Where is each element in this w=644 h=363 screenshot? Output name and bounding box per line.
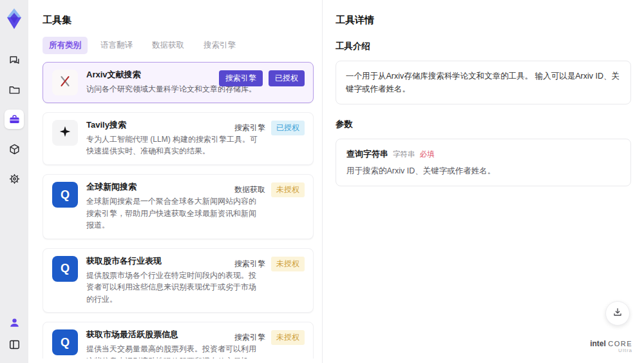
tool-description: 提供股票市场各个行业在特定时间段内的表现。投资者可以利用这些信息来识别表现优于或…: [86, 270, 303, 306]
sidebar-nav: [5, 50, 24, 188]
tool-badges: 搜索引擎 已授权: [219, 70, 305, 86]
sidebar-item-settings[interactable]: [5, 169, 24, 188]
download-icon: [612, 307, 623, 320]
tool-card[interactable]: Q 获取股市各行业表现 提供股票市场各个行业在特定时间段内的表现。投资者可以利用…: [43, 248, 314, 313]
intel-wordmark: intel: [590, 339, 606, 348]
category-tabs: 所有类别 语言翻译 数据获取 搜索引擎: [43, 37, 322, 54]
tool-badges: 搜索引擎 未授权: [234, 257, 305, 271]
download-button[interactable]: [605, 301, 630, 326]
intel-core-logo: intel CORE Ultra: [590, 340, 632, 354]
param-item: 查询字符串 字符串 必填 用于搜索的Arxiv ID、关键字或作者姓名。: [346, 148, 620, 177]
sparkle-icon: [59, 125, 71, 141]
user-icon: [8, 317, 21, 329]
tool-card[interactable]: Q 全球新闻搜索 全球新闻搜索是一个聚合全球各大新闻网站内容的搜索引擎，帮助用户…: [43, 174, 314, 239]
sidebar: [0, 0, 28, 363]
tab-label: 所有类别: [49, 41, 81, 50]
tool-description: 全球新闻搜索是一个聚合全球各大新闻网站内容的搜索引擎，帮助用户快速获取全球最新资…: [86, 195, 303, 231]
tool-badges: 搜索引擎 已授权: [234, 121, 305, 135]
news-app-icon: Q: [61, 188, 70, 202]
tool-card[interactable]: Tavily搜索 专为人工智能代理 (LLM) 构建的搜索引擎工具。可快速提供实…: [43, 112, 314, 165]
chat-icon: [8, 54, 21, 66]
sidebar-item-toolbox[interactable]: [5, 110, 24, 129]
app-logo[interactable]: [3, 6, 25, 31]
tool-card[interactable]: Arxiv文献搜索 访问各个研究领域大量科学论文和文章的存储库。 搜索引擎 已授…: [43, 62, 314, 103]
sidebar-bottom: [5, 313, 24, 354]
category-tab[interactable]: 数据获取: [146, 37, 191, 54]
category-tab[interactable]: 语言翻译: [94, 37, 139, 54]
sidebar-item-collapse[interactable]: [5, 335, 24, 354]
tool-details-panel: 工具详情 工具介绍 一个用于从Arxiv存储库搜索科学论文和文章的工具。 输入可…: [322, 0, 644, 363]
param-description: 用于搜索的Arxiv ID、关键字或作者姓名。: [346, 166, 620, 177]
tool-auth-badge: 未授权: [271, 330, 305, 345]
tool-description: 专为人工智能代理 (LLM) 构建的搜索引擎工具。可快速提供实时、准确和真实的结…: [86, 133, 303, 157]
page-title: 工具集: [43, 14, 322, 26]
tool-icon: Q: [52, 182, 78, 208]
arxiv-icon: [58, 74, 72, 92]
core-wordmark: CORE: [608, 340, 632, 348]
tool-category-badge: 搜索引擎: [219, 70, 263, 86]
ultra-wordmark: Ultra: [590, 348, 632, 354]
intro-heading: 工具介绍: [336, 41, 631, 52]
tool-icon: Q: [52, 329, 78, 355]
tool-auth-badge: 已授权: [269, 70, 305, 86]
tool-category-badge: 搜索引擎: [234, 123, 265, 133]
details-title: 工具详情: [336, 14, 631, 26]
tool-category-badge: 数据获取: [234, 184, 265, 195]
tool-list: Arxiv文献搜索 访问各个研究领域大量科学论文和文章的存储库。 搜索引擎 已授…: [43, 62, 314, 358]
news-app-icon: Q: [61, 336, 70, 349]
tool-auth-badge: 已授权: [271, 121, 305, 135]
sidebar-item-account[interactable]: [5, 313, 24, 332]
params-heading: 参数: [336, 119, 631, 130]
tool-auth-badge: 未授权: [271, 182, 305, 197]
tool-badges: 数据获取 未授权: [234, 182, 305, 197]
sidebar-item-chat[interactable]: [5, 50, 24, 70]
intro-box: 一个用于从Arxiv存储库搜索科学论文和文章的工具。 输入可以是Arxiv ID…: [336, 61, 631, 104]
intro-text: 一个用于从Arxiv存储库搜索科学论文和文章的工具。 输入可以是Arxiv ID…: [346, 72, 620, 93]
tool-description: 提供当天交易量最高的股票列表。投资者可以利用这些信息来识别流动性强的股票和潜在的…: [86, 343, 303, 358]
params-box: 查询字符串 字符串 必填 用于搜索的Arxiv ID、关键字或作者姓名。: [336, 139, 631, 186]
tool-category-badge: 搜索引擎: [234, 332, 265, 343]
tab-label: 搜索引擎: [204, 41, 236, 50]
panel-icon: [8, 338, 21, 351]
news-app-icon: Q: [61, 262, 70, 275]
tool-category-badge: 搜索引擎: [234, 259, 265, 270]
param-required-badge: 必填: [420, 150, 435, 159]
tool-list-panel: 工具集 所有类别 语言翻译 数据获取 搜索引擎 Arxiv文献搜索 访问各个研究…: [28, 0, 322, 363]
gem-logo-icon: [5, 8, 24, 30]
tool-auth-badge: 未授权: [271, 257, 305, 271]
toolbox-icon: [8, 113, 21, 126]
tool-badges: 搜索引擎 未授权: [234, 330, 305, 345]
param-type: 字符串: [393, 150, 415, 159]
app-window: 工具集 所有类别 语言翻译 数据获取 搜索引擎 Arxiv文献搜索 访问各个研究…: [0, 0, 644, 363]
tool-icon: Q: [52, 256, 78, 282]
param-name: 查询字符串: [346, 148, 388, 160]
sidebar-item-packages[interactable]: [5, 139, 24, 159]
cube-icon: [8, 143, 21, 155]
folder-icon: [8, 84, 21, 96]
sidebar-item-files[interactable]: [5, 80, 24, 99]
tab-label: 语言翻译: [100, 41, 133, 50]
tab-label: 数据获取: [152, 41, 184, 50]
category-tab[interactable]: 所有类别: [43, 37, 88, 54]
param-head: 查询字符串 字符串 必填: [346, 148, 620, 160]
tool-icon: [52, 120, 78, 146]
settings-icon: [8, 173, 21, 185]
tool-icon: [52, 70, 78, 95]
tool-card[interactable]: Q 获取市场最活跃股票信息 提供当天交易量最高的股票列表。投资者可以利用这些信息…: [43, 322, 314, 358]
category-tab[interactable]: 搜索引擎: [197, 37, 242, 54]
